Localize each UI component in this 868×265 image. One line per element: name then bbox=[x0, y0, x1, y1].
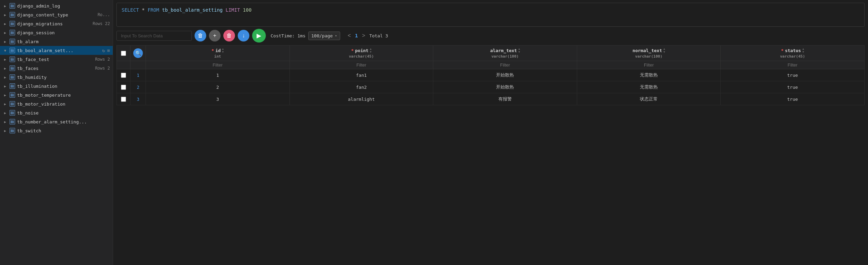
sort-button-normal_text[interactable]: ▲▼ bbox=[664, 48, 665, 53]
svg-rect-52 bbox=[11, 120, 14, 121]
svg-rect-6 bbox=[11, 15, 14, 16]
sidebar-item-badge: Ro... bbox=[98, 12, 110, 17]
sidebar-item-label: tb_motor_vibration bbox=[17, 101, 110, 107]
filter-input-point[interactable] bbox=[292, 62, 431, 68]
menu-icon[interactable]: ≡ bbox=[107, 48, 110, 53]
sidebar-item-tb_illumination[interactable]: ▶ tb_illumination bbox=[0, 82, 113, 91]
sidebar-item-label: tb_motor_temperature bbox=[17, 93, 110, 98]
chevron-icon: ▶ bbox=[3, 75, 8, 79]
sidebar-item-tb_faces[interactable]: ▶ tb_facesRows 2 bbox=[0, 64, 113, 73]
sidebar-item-tb_face_test[interactable]: ▶ tb_face_testRows 2 bbox=[0, 55, 113, 64]
filter-cell-alarm_text bbox=[433, 61, 577, 69]
sidebar-item-django_content_type[interactable]: ▶ django_content_typeRo... bbox=[0, 10, 113, 19]
sidebar-item-django_admin_log[interactable]: ▶ django_admin_log bbox=[0, 1, 113, 10]
svg-rect-54 bbox=[11, 122, 14, 123]
remove-row-button[interactable]: 🗑 bbox=[223, 30, 235, 41]
table-icon bbox=[10, 48, 15, 53]
filter-input-normal_text[interactable] bbox=[579, 62, 719, 68]
sidebar-item-label: django_content_type bbox=[17, 12, 96, 17]
download-button[interactable]: ↓ bbox=[238, 30, 249, 41]
header-search-cell: 🔍 bbox=[131, 46, 146, 61]
svg-rect-50 bbox=[11, 113, 14, 115]
chevron-down-icon: ▾ bbox=[335, 34, 337, 38]
refresh-icon[interactable]: ↻ bbox=[102, 48, 105, 53]
header-col-alarm_text: alarm_text ▲▼ varchar(100) bbox=[433, 46, 577, 61]
chevron-icon: ▶ bbox=[3, 22, 8, 26]
cell-id: 2 bbox=[146, 81, 290, 93]
sidebar-item-label: tb_alarm bbox=[17, 39, 110, 44]
sidebar-item-django_migrations[interactable]: ▶ django_migrationsRows 22 bbox=[0, 19, 113, 28]
filter-cell-normal_text bbox=[577, 61, 721, 69]
row-select-checkbox[interactable] bbox=[121, 97, 126, 102]
col-name-alarm_text: alarm_text bbox=[490, 48, 517, 53]
svg-rect-28 bbox=[11, 67, 14, 68]
sort-button-status[interactable]: ▲▼ bbox=[802, 48, 804, 53]
cell-point: alarmlight bbox=[289, 93, 433, 105]
filter-input-id[interactable] bbox=[148, 62, 287, 68]
row-select-checkbox[interactable] bbox=[121, 73, 126, 78]
row-number: 3 bbox=[131, 93, 146, 105]
table-icon bbox=[10, 57, 15, 62]
table-icon bbox=[10, 74, 15, 80]
row-checkbox-cell bbox=[117, 93, 131, 105]
row-select-checkbox[interactable] bbox=[121, 85, 126, 90]
data-table: 🔍 * id ▲▼ int * point ▲▼ varchar(45) bbox=[116, 45, 865, 105]
prev-page-button[interactable]: < bbox=[346, 33, 352, 39]
svg-rect-44 bbox=[11, 102, 14, 104]
sort-button-point[interactable]: ▲▼ bbox=[370, 48, 372, 53]
sidebar-item-tb_alarm[interactable]: ▶ tb_alarm bbox=[0, 37, 113, 46]
sidebar-item-tb_motor_vibration[interactable]: ▶ tb_motor_vibration bbox=[0, 99, 113, 108]
cell-alarm_text: 开始散热 bbox=[433, 81, 577, 93]
table-wrapper: 🔍 * id ▲▼ int * point ▲▼ varchar(45) bbox=[113, 45, 868, 265]
next-page-button[interactable]: > bbox=[361, 33, 367, 39]
cell-normal_text: 无需散热 bbox=[577, 81, 721, 93]
sidebar-item-label: django_admin_log bbox=[17, 3, 110, 9]
select-all-checkbox[interactable] bbox=[121, 51, 126, 56]
chevron-icon: ▶ bbox=[3, 4, 8, 8]
chevron-icon: ▶ bbox=[3, 84, 8, 88]
total-count: Total 3 bbox=[369, 33, 388, 38]
svg-rect-0 bbox=[11, 4, 14, 5]
col-type-normal_text: varchar(100) bbox=[635, 54, 662, 59]
filter-search-cell bbox=[131, 61, 146, 69]
add-row-button[interactable]: + bbox=[209, 30, 221, 41]
filter-input-alarm_text[interactable] bbox=[435, 62, 575, 68]
search-input[interactable] bbox=[116, 31, 192, 41]
sidebar-item-tb_humidity[interactable]: ▶ tb_humidity bbox=[0, 73, 113, 82]
sidebar-item-label: tb_bool_alarm_sett... bbox=[17, 48, 100, 53]
sidebar-item-django_session[interactable]: ▶ django_session bbox=[0, 28, 113, 37]
delete-rows-button[interactable]: 🗑 bbox=[195, 30, 206, 41]
sidebar-item-label: tb_faces bbox=[17, 66, 93, 71]
chevron-icon: ▶ bbox=[3, 129, 8, 133]
chevron-icon: ▼ bbox=[3, 49, 8, 52]
sidebar-item-label: tb_switch bbox=[17, 128, 110, 133]
sql-editor[interactable]: SELECT * FROM tb_bool_alarm_setting LIMI… bbox=[116, 3, 865, 27]
table-icon bbox=[10, 119, 15, 124]
svg-rect-20 bbox=[11, 49, 14, 50]
sidebar-item-tb_bool_alarm_sett[interactable]: ▼ tb_bool_alarm_sett... ↻ ≡ bbox=[0, 46, 113, 55]
filter-cell-status bbox=[721, 61, 865, 69]
sort-button-alarm_text[interactable]: ▲▼ bbox=[518, 48, 520, 53]
svg-rect-46 bbox=[11, 105, 14, 106]
sidebar-item-badge: Rows 2 bbox=[95, 57, 110, 62]
sidebar-item-badge: Rows 22 bbox=[92, 21, 110, 26]
col-type-alarm_text: varchar(100) bbox=[492, 54, 519, 59]
chevron-icon: ▶ bbox=[3, 102, 8, 106]
sidebar-item-tb_motor_temperature[interactable]: ▶ tb_motor_temperature bbox=[0, 91, 113, 99]
filter-cell-point bbox=[289, 61, 433, 69]
cell-status: true bbox=[721, 93, 865, 105]
sidebar-item-tb_switch[interactable]: ▶ tb_switch bbox=[0, 126, 113, 135]
filter-input-status[interactable] bbox=[723, 62, 862, 68]
sidebar-item-actions: ↻ ≡ bbox=[102, 48, 110, 53]
svg-rect-4 bbox=[11, 13, 14, 14]
run-query-button[interactable]: ▶ bbox=[252, 29, 266, 43]
page-size-selector[interactable]: 100/page ▾ bbox=[308, 32, 340, 40]
table-icon bbox=[10, 30, 15, 35]
svg-rect-26 bbox=[11, 60, 14, 61]
sidebar-item-tb_noise[interactable]: ▶ tb_noise bbox=[0, 108, 113, 117]
row-number: 2 bbox=[131, 81, 146, 93]
sort-button-id[interactable]: ▲▼ bbox=[222, 48, 224, 53]
toolbar: 🗑 + 🗑 ↓ ▶ CostTime: 1ms 100/page ▾ < 1 >… bbox=[113, 29, 868, 45]
search-button[interactable]: 🔍 bbox=[133, 48, 143, 58]
sidebar-item-tb_number_alarm_setting[interactable]: ▶ tb_number_alarm_setting... bbox=[0, 117, 113, 126]
